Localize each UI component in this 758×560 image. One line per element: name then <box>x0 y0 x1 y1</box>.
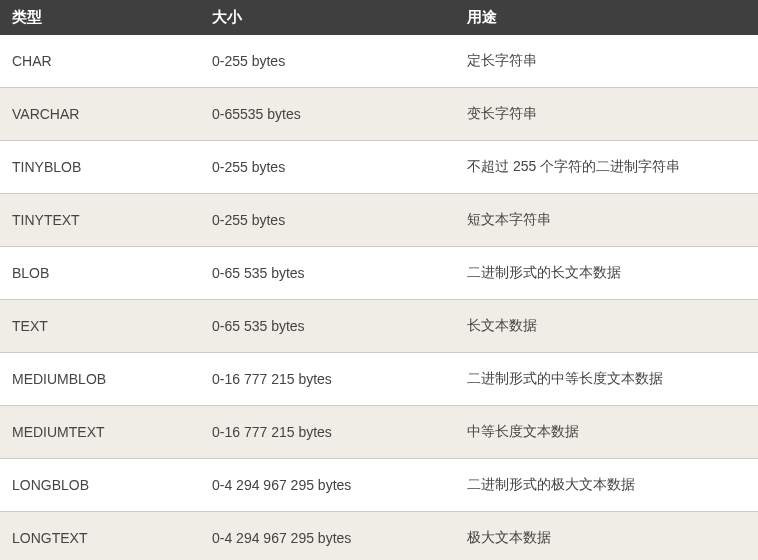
cell-size: 0-65 535 bytes <box>200 247 455 300</box>
cell-type: MEDIUMTEXT <box>0 406 200 459</box>
cell-size: 0-4 294 967 295 bytes <box>200 459 455 512</box>
cell-size: 0-255 bytes <box>200 141 455 194</box>
cell-type: TINYTEXT <box>0 194 200 247</box>
cell-usage: 极大文本数据 <box>455 512 758 561</box>
table-row: TINYTEXT 0-255 bytes 短文本字符串 <box>0 194 758 247</box>
cell-type: LONGBLOB <box>0 459 200 512</box>
table-body: CHAR 0-255 bytes 定长字符串 VARCHAR 0-65535 b… <box>0 35 758 560</box>
cell-usage: 定长字符串 <box>455 35 758 88</box>
cell-usage: 不超过 255 个字符的二进制字符串 <box>455 141 758 194</box>
cell-type: MEDIUMBLOB <box>0 353 200 406</box>
cell-type: VARCHAR <box>0 88 200 141</box>
cell-usage: 中等长度文本数据 <box>455 406 758 459</box>
table-row: MEDIUMBLOB 0-16 777 215 bytes 二进制形式的中等长度… <box>0 353 758 406</box>
cell-usage: 二进制形式的极大文本数据 <box>455 459 758 512</box>
cell-type: BLOB <box>0 247 200 300</box>
cell-usage: 变长字符串 <box>455 88 758 141</box>
table-header: 类型 大小 用途 <box>0 0 758 35</box>
header-size: 大小 <box>200 0 455 35</box>
cell-usage: 长文本数据 <box>455 300 758 353</box>
table-row: LONGBLOB 0-4 294 967 295 bytes 二进制形式的极大文… <box>0 459 758 512</box>
header-type: 类型 <box>0 0 200 35</box>
table-row: VARCHAR 0-65535 bytes 变长字符串 <box>0 88 758 141</box>
cell-size: 0-65535 bytes <box>200 88 455 141</box>
cell-usage: 短文本字符串 <box>455 194 758 247</box>
cell-size: 0-16 777 215 bytes <box>200 353 455 406</box>
data-types-table: 类型 大小 用途 CHAR 0-255 bytes 定长字符串 VARCHAR … <box>0 0 758 560</box>
table-row: LONGTEXT 0-4 294 967 295 bytes 极大文本数据 <box>0 512 758 561</box>
table-row: CHAR 0-255 bytes 定长字符串 <box>0 35 758 88</box>
cell-size: 0-255 bytes <box>200 35 455 88</box>
table-row: TEXT 0-65 535 bytes 长文本数据 <box>0 300 758 353</box>
cell-usage: 二进制形式的中等长度文本数据 <box>455 353 758 406</box>
header-usage: 用途 <box>455 0 758 35</box>
cell-usage: 二进制形式的长文本数据 <box>455 247 758 300</box>
cell-type: LONGTEXT <box>0 512 200 561</box>
cell-type: TINYBLOB <box>0 141 200 194</box>
table-row: BLOB 0-65 535 bytes 二进制形式的长文本数据 <box>0 247 758 300</box>
cell-size: 0-65 535 bytes <box>200 300 455 353</box>
cell-size: 0-4 294 967 295 bytes <box>200 512 455 561</box>
cell-size: 0-16 777 215 bytes <box>200 406 455 459</box>
cell-size: 0-255 bytes <box>200 194 455 247</box>
table-row: TINYBLOB 0-255 bytes 不超过 255 个字符的二进制字符串 <box>0 141 758 194</box>
cell-type: TEXT <box>0 300 200 353</box>
table-row: MEDIUMTEXT 0-16 777 215 bytes 中等长度文本数据 <box>0 406 758 459</box>
cell-type: CHAR <box>0 35 200 88</box>
